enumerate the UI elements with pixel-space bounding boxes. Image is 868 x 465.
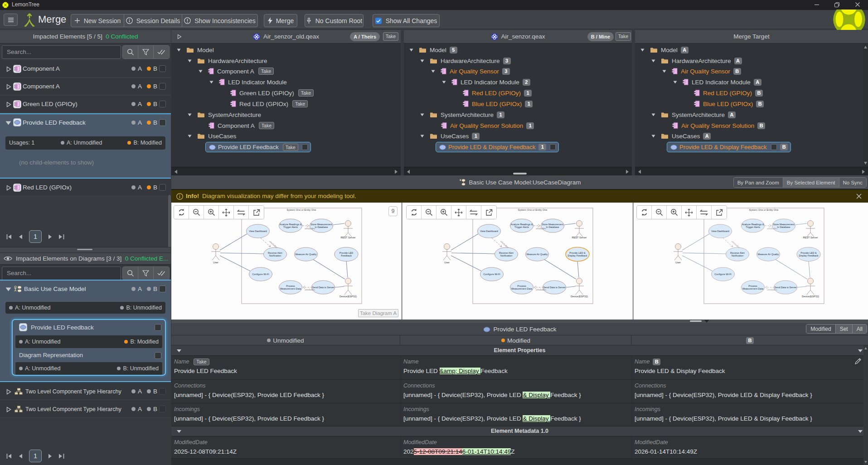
svg-text:Measure Air Quality: Measure Air Quality <box>295 253 316 256</box>
svg-text:«include»: «include» <box>767 288 777 291</box>
svg-text:Configure Wi-Fi: Configure Wi-Fi <box>714 273 731 276</box>
svg-text:In Database: In Database <box>315 226 328 228</box>
svg-text:User: User <box>213 261 218 264</box>
svg-text:Display Feedback: Display Feedback <box>568 254 587 257</box>
svg-text:REST Server: REST Server <box>572 236 587 239</box>
svg-text:Measure Air Quality: Measure Air Quality <box>526 253 548 256</box>
svg-text:Analyze Readings &: Analyze Readings & <box>511 223 533 226</box>
svg-text:«include»: «include» <box>767 227 777 230</box>
svg-text:Analyze Readings &: Analyze Readings & <box>742 223 764 226</box>
svg-text:«include»: «include» <box>536 288 546 291</box>
svg-text:Process: Process <box>748 285 757 287</box>
svg-text:Receive Alert: Receive Alert <box>268 252 282 254</box>
svg-text:In Database: In Database <box>777 226 790 228</box>
svg-text:Measurement Data: Measurement Data <box>280 287 301 290</box>
svg-text:Store Measurement: Store Measurement <box>773 223 795 226</box>
svg-text:Trigger Alerts: Trigger Alerts <box>746 226 760 228</box>
svg-text:Trigger Alerts: Trigger Alerts <box>283 226 298 228</box>
svg-text:Configure Wi-Fi: Configure Wi-Fi <box>252 273 269 276</box>
svg-text:Configure Wi-Fi: Configure Wi-Fi <box>483 273 500 276</box>
svg-text:Measurement Data: Measurement Data <box>511 287 532 290</box>
svg-text:Display Feedback: Display Feedback <box>799 254 819 257</box>
svg-text:View Dashboard: View Dashboard <box>711 230 729 232</box>
svg-text:System One or Entity One: System One or Entity One <box>749 208 779 211</box>
svg-text:Analyze Readings &: Analyze Readings & <box>280 223 302 226</box>
svg-text:REST Server: REST Server <box>341 236 356 239</box>
svg-text:Store Measurement: Store Measurement <box>542 223 563 226</box>
svg-text:Notification: Notification <box>500 254 513 257</box>
svg-text:View Dashboard: View Dashboard <box>480 230 498 232</box>
svg-text:Provide LED &: Provide LED & <box>569 252 586 254</box>
svg-text:Device(ESP32): Device(ESP32) <box>571 295 588 298</box>
svg-text:Receive Alert: Receive Alert <box>499 252 514 254</box>
svg-text:«include»: «include» <box>305 227 315 230</box>
svg-text:REST Server: REST Server <box>803 236 818 239</box>
svg-text:In Database: In Database <box>546 226 559 228</box>
svg-text:«include»: «include» <box>536 227 546 230</box>
svg-text:User: User <box>444 261 450 264</box>
svg-text:Provide LED &: Provide LED & <box>800 252 817 254</box>
svg-text:Trigger Alerts: Trigger Alerts <box>514 226 529 228</box>
svg-text:User: User <box>675 261 681 264</box>
svg-text:Send Data to Server: Send Data to Server <box>312 286 335 289</box>
svg-text:Device(ESP32): Device(ESP32) <box>339 295 357 298</box>
svg-text:System One or Entity One: System One or Entity One <box>287 208 316 211</box>
svg-text:Notification: Notification <box>269 254 281 257</box>
svg-text:Notification: Notification <box>732 254 744 257</box>
svg-text:Process: Process <box>517 285 526 287</box>
svg-text:Measurement Data: Measurement Data <box>742 287 763 290</box>
svg-text:Device(ESP32): Device(ESP32) <box>802 295 819 298</box>
svg-text:Store Measurement: Store Measurement <box>310 223 332 226</box>
svg-text:Provide LED: Provide LED <box>339 252 353 254</box>
svg-text:Feedback: Feedback <box>341 254 352 257</box>
svg-text:View Dashboard: View Dashboard <box>249 230 267 232</box>
svg-text:Measure Air Quality: Measure Air Quality <box>757 253 779 256</box>
svg-text:«include»: «include» <box>305 288 315 291</box>
svg-text:Send Data to Server: Send Data to Server <box>775 286 797 289</box>
svg-text:Process: Process <box>286 285 295 287</box>
svg-text:Receive Alert: Receive Alert <box>730 252 745 254</box>
svg-text:System One or Entity One: System One or Entity One <box>518 208 548 211</box>
svg-text:Send Data to Server: Send Data to Server <box>543 286 566 289</box>
